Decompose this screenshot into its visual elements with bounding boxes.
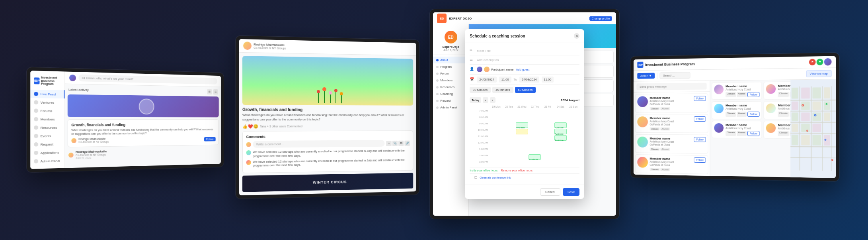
sidebar-item-ventures[interactable]: Ventures (30, 98, 64, 107)
expert-menu-reward[interactable]: Reward (433, 97, 468, 104)
expert-header: ED EXPERT DOJO Change profile (433, 12, 616, 24)
reaction-count: Tana + 3 other users Commented (260, 125, 302, 128)
member-1-follow[interactable]: Follow (694, 96, 706, 101)
cal-today-btn[interactable]: Today (470, 97, 481, 103)
send-message-input[interactable]: Send group message (637, 83, 707, 90)
sidebar-item-request[interactable]: Request (30, 140, 64, 149)
cl-app: Rodrigo Malmuskaite Co-founder at NY Gro… (239, 39, 416, 195)
remove-office-hours[interactable]: Remove your office hours (501, 169, 533, 172)
slot-2-4[interactable]: Available (529, 154, 541, 160)
duration-60[interactable]: 60 Minutes (515, 87, 536, 93)
sidebar-item-members[interactable]: Members (30, 115, 64, 124)
member-2-follow[interactable]: Follow (694, 116, 706, 122)
emoji-tool[interactable]: ☺ (386, 140, 392, 146)
duration-30[interactable]: 30 Minutes (470, 87, 491, 93)
modal-actions: Cancel Save (465, 185, 584, 199)
sidebar-item-live-feed[interactable]: Live Feed (30, 90, 64, 98)
expert-menu-coaching[interactable]: Coaching (433, 90, 468, 97)
grid-member-1-avatar (714, 85, 724, 94)
sidebar-item-resources[interactable]: Resources (30, 124, 64, 132)
comment-input[interactable]: Write a comment... (253, 140, 384, 148)
duration-45[interactable]: 45 Minutes (492, 87, 513, 93)
slot-3pm: 3:00 PM (470, 161, 579, 165)
events-icon (34, 134, 38, 138)
generate-conference-link[interactable]: Generate conference link (480, 176, 511, 179)
member-3-follow[interactable]: Follow (694, 137, 706, 142)
expert-menu-about[interactable]: About (433, 57, 468, 63)
slot-2-2 (503, 154, 515, 160)
time-from[interactable]: 11:00 (499, 77, 511, 83)
view-map-button[interactable]: View on map (806, 70, 831, 77)
cal-footer-links: Invite your office hours Remove your off… (470, 167, 579, 173)
expert-menu-resources[interactable]: Resources (433, 84, 468, 90)
slot-9-3[interactable]: Available (516, 122, 528, 128)
sidebar-item-admin[interactable]: Admin Panel (30, 157, 64, 166)
save-button[interactable]: Save (563, 188, 579, 196)
grid-member-5-follow[interactable]: Follow (747, 131, 760, 136)
about-label: About (440, 58, 448, 62)
image-tool[interactable]: 🖼 (398, 140, 404, 146)
grid-member-3-follow[interactable]: Follow (747, 112, 760, 117)
time-to[interactable]: 11:00 (542, 77, 554, 83)
grid-view-btn[interactable]: ⊞ (207, 89, 212, 95)
action-button[interactable]: Action ▼ (638, 73, 655, 79)
cal-prev-btn[interactable]: ‹ (483, 97, 488, 103)
slot-11-6[interactable]: Available (554, 135, 567, 141)
participants-icon: 👤 (470, 67, 474, 72)
add-guest-button[interactable]: Add guest (516, 68, 530, 71)
events-label: Events (41, 134, 51, 138)
right-app-title: Investment Business Program (645, 62, 695, 67)
member-1-tag-2: Alumni (661, 107, 670, 110)
post-input[interactable]: Hi Emanuelle, what's on your mind? (78, 75, 217, 85)
slot-12-2 (503, 142, 515, 147)
slot-9-6[interactable]: Available (554, 122, 567, 128)
expert-menu-admin[interactable]: Admin Panel (433, 104, 468, 111)
cal-next-btn[interactable]: › (490, 97, 495, 103)
cancel-button[interactable]: Cancel (540, 188, 560, 196)
sidebar-item-forums[interactable]: Forums (30, 107, 64, 115)
expert-menu: About Program Forum (433, 55, 468, 112)
expert-menu-members[interactable]: Members (433, 77, 468, 84)
sidebar-item-applications[interactable]: Applications (30, 148, 64, 157)
slot-8-3 (516, 116, 528, 122)
flower-stem-2 (324, 91, 325, 103)
modal-close-button[interactable]: ✕ (574, 33, 579, 39)
modal-title: Schedule a coaching session (470, 34, 525, 38)
list-view-btn[interactable]: ☰ (213, 89, 218, 95)
hero-image (68, 94, 219, 118)
slot-2-1 (490, 154, 502, 160)
flower-head-2 (322, 87, 326, 91)
grid-member-6-avatar (766, 123, 776, 133)
description-input[interactable]: Add description (477, 58, 579, 62)
link-tool[interactable]: 🔗 (405, 140, 410, 146)
grid-member-1-follow[interactable]: Follow (747, 92, 760, 97)
date-to[interactable]: 24/08/2024 (519, 77, 539, 83)
expert-menu-forum[interactable]: Forum (433, 70, 468, 77)
svg-rect-19 (792, 113, 798, 121)
attach-tool[interactable]: 📎 (392, 140, 398, 146)
change-profile-button[interactable]: Change profile (589, 16, 612, 21)
expert-logo-text: ED (440, 17, 444, 20)
left-sidebar: IBP Investment Business Program Live Fee… (30, 71, 65, 169)
time-8am: 8:00 AM (470, 116, 490, 122)
grid-member-3-tags: Climate Alumni Follow (726, 112, 760, 117)
sidebar-item-events[interactable]: Events (30, 132, 64, 141)
invite-office-hours[interactable]: Invite your office hours (470, 169, 497, 172)
svg-rect-25 (813, 124, 821, 132)
action-chevron: ▼ (649, 74, 652, 78)
date-from[interactable]: 24/08/2024 (477, 77, 497, 83)
search-input[interactable] (660, 72, 690, 79)
follow-button[interactable]: Follow (204, 137, 216, 142)
member-item-4: Member name Ambitious Ivory Coast GoPand… (635, 154, 708, 174)
member-4-follow[interactable]: Follow (694, 157, 706, 163)
slot-10-6[interactable]: Available (554, 129, 567, 134)
flower-head-3 (329, 91, 332, 94)
cl-author-sub: Co-founder at NY Groups (254, 46, 286, 50)
time-7am: 7:00 AM (470, 110, 490, 115)
grid-member-2: Member name Ambitious Ivory Coast Climat… (764, 81, 790, 100)
expert-menu-program[interactable]: Program (433, 63, 468, 70)
slot-3-6 (554, 161, 567, 165)
flower-stem-3 (330, 94, 331, 103)
slot-7-1 (490, 110, 502, 115)
meet-title-input[interactable]: Meet Title (477, 49, 579, 53)
